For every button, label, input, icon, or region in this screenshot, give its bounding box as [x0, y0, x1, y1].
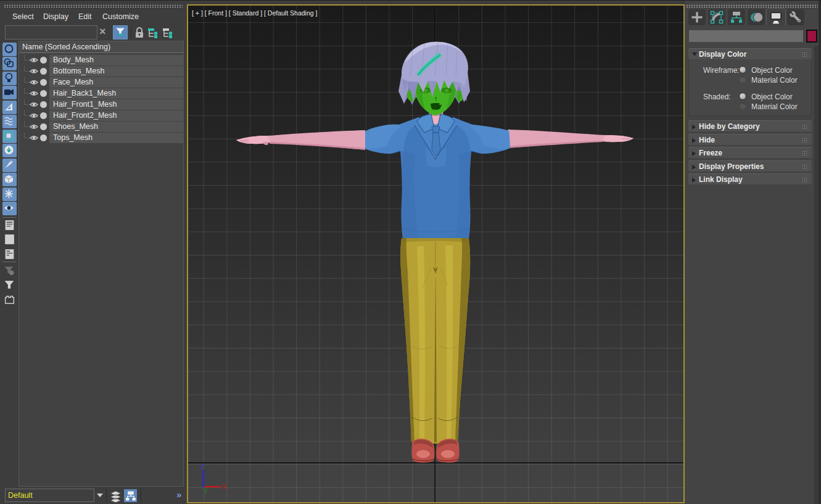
svg-text:y: y [204, 486, 208, 494]
svg-text:Z: Z [200, 463, 205, 470]
svg-text:X: X [222, 483, 226, 490]
